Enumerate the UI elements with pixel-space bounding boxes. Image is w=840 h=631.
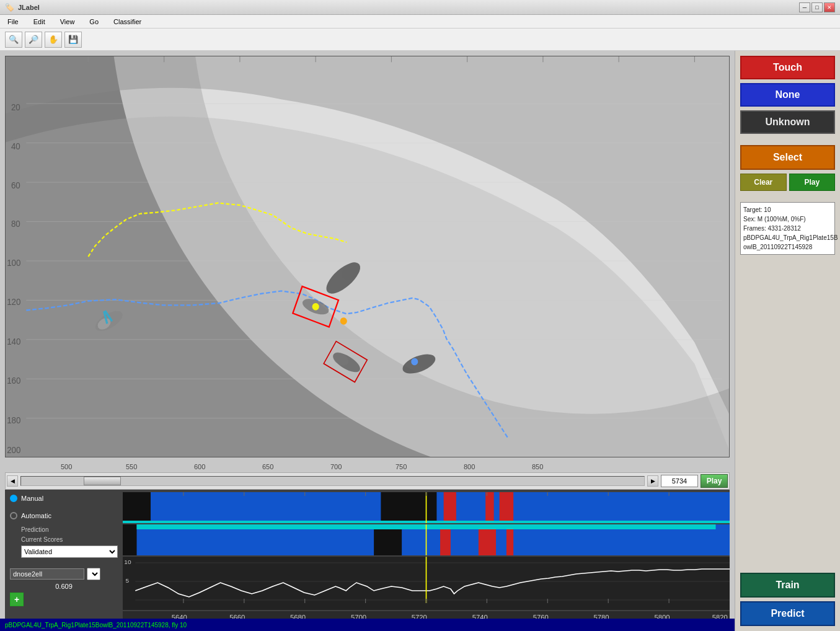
x-axis-row: 500 550 600 650 700 750 800 850 <box>5 460 730 472</box>
svg-text:500: 500 <box>61 463 72 470</box>
bottom-area: Manual Automatic Prediction Current Scor… <box>5 490 730 626</box>
clear-button[interactable]: Clear <box>740 174 787 191</box>
title-bar: 🏷️ JLabel ─ □ ✕ <box>0 0 840 15</box>
svg-text:800: 800 <box>464 463 475 470</box>
classifier-dropdown[interactable]: ▼ <box>87 568 100 580</box>
right-timeline: 10 5 <box>123 492 730 624</box>
window-controls: ─ □ ✕ <box>799 2 835 12</box>
svg-text:850: 850 <box>532 463 543 470</box>
close-button[interactable]: ✕ <box>824 2 835 12</box>
svg-text:180: 180 <box>7 416 21 425</box>
classifier-row: dnose2ell ▼ <box>10 568 118 580</box>
svg-text:80: 80 <box>11 219 20 228</box>
scroll-right-button[interactable]: ▶ <box>647 475 658 487</box>
svg-text:140: 140 <box>7 337 21 346</box>
left-controls: Manual Automatic Prediction Current Scor… <box>5 492 123 624</box>
info-target: Target: 10 <box>743 205 832 214</box>
automatic-label: Automatic <box>21 512 51 519</box>
select-button[interactable]: Select <box>740 145 835 170</box>
info-sex: Sex: M (100%M, 0%F) <box>743 214 832 224</box>
score-timeline-strip: 10 5 <box>123 557 730 610</box>
svg-rect-61 <box>500 492 514 523</box>
svg-text:650: 650 <box>262 463 273 470</box>
svg-text:60: 60 <box>11 181 20 190</box>
classifier-input[interactable]: dnose2ell <box>10 568 84 580</box>
left-area: 20 40 60 80 100 120 140 160 180 200 <box>0 51 735 631</box>
toolbar: 🔍 🔎 ✋ 💾 <box>0 29 840 51</box>
svg-rect-60 <box>485 492 494 523</box>
add-classifier-button[interactable]: + <box>10 593 24 606</box>
automatic-radio-row: Automatic <box>10 512 118 519</box>
svg-text:160: 160 <box>7 376 21 386</box>
menu-classifier[interactable]: Classifier <box>108 17 146 27</box>
select-sub-row: Clear Play <box>740 174 835 191</box>
touch-button[interactable]: Touch <box>740 56 835 79</box>
manual-radio[interactable] <box>10 495 17 502</box>
scroll-track[interactable] <box>20 476 645 486</box>
prediction-timeline-strip <box>123 524 730 555</box>
svg-text:20: 20 <box>11 102 20 112</box>
zoom-out-button[interactable]: 🔎 <box>25 32 42 48</box>
x-axis-svg: 500 550 600 650 700 750 800 850 <box>5 460 730 472</box>
unknown-button[interactable]: Unknown <box>740 110 835 134</box>
svg-rect-74 <box>123 524 137 555</box>
manual-label: Manual <box>21 495 43 502</box>
menu-edit[interactable]: Edit <box>29 17 50 27</box>
none-button[interactable]: None <box>740 83 835 107</box>
canvas-svg: 20 40 60 80 100 120 140 160 180 200 <box>6 56 729 457</box>
automatic-radio[interactable] <box>10 512 17 519</box>
app-title: JLabel <box>18 4 40 11</box>
zoom-in-button[interactable]: 🔍 <box>5 32 22 48</box>
svg-rect-57 <box>381 492 436 523</box>
info-frames: Frames: 4331-28312 <box>743 224 832 233</box>
svg-rect-56 <box>123 492 151 523</box>
svg-text:750: 750 <box>396 463 407 470</box>
svg-text:600: 600 <box>194 463 205 470</box>
menu-view[interactable]: View <box>55 17 80 27</box>
menu-go[interactable]: Go <box>84 17 104 27</box>
score-value: 0.609 <box>10 583 118 590</box>
manual-timeline-svg <box>123 492 730 523</box>
manual-timeline-strip <box>123 492 730 523</box>
menu-bar: File Edit View Go Classifier <box>0 15 840 29</box>
play-side-button[interactable]: Play <box>789 174 836 191</box>
scrollbar-row: ◀ ▶ 5734 Play <box>5 472 730 490</box>
right-panel-bottom: Train Predict <box>740 573 835 626</box>
svg-text:700: 700 <box>330 463 342 470</box>
svg-text:550: 550 <box>126 463 137 470</box>
predict-button[interactable]: Predict <box>740 601 835 626</box>
status-bar: pBDPGAL4U_TrpA_Rig1Plate15BowlB_20110922… <box>0 619 735 631</box>
prediction-timeline-svg <box>123 524 730 555</box>
info-box: Target: 10 Sex: M (100%M, 0%F) Frames: 4… <box>740 202 835 255</box>
scroll-thumb[interactable] <box>84 477 121 485</box>
save-button[interactable]: 💾 <box>64 32 82 48</box>
status-text: pBDPGAL4U_TrpA_Rig1Plate15BowlB_20110922… <box>5 622 187 629</box>
info-file1: pBDPGAL4U_TrpA_Rig1Plate15B <box>743 233 832 242</box>
scores-dropdown[interactable]: Validated <box>21 545 118 558</box>
right-panel: Touch None Unknown Select Clear Play Tar… <box>735 51 840 631</box>
manual-radio-row: Manual <box>10 495 118 502</box>
play-button-main[interactable]: Play <box>701 474 728 488</box>
train-button[interactable]: Train <box>740 573 835 598</box>
svg-text:40: 40 <box>11 142 20 151</box>
svg-text:5: 5 <box>126 578 130 584</box>
svg-rect-59 <box>444 492 456 523</box>
current-scores-label: Current Scores <box>21 536 63 543</box>
annotation-controls: Manual Automatic Prediction Current Scor… <box>5 490 730 626</box>
scroll-left-button[interactable]: ◀ <box>7 475 18 487</box>
frame-input[interactable]: 5734 <box>661 475 698 487</box>
minimize-button[interactable]: ─ <box>799 2 810 12</box>
info-file2: owlB_20110922T145928 <box>743 242 832 252</box>
main-layout: 20 40 60 80 100 120 140 160 180 200 <box>0 51 840 631</box>
svg-text:10: 10 <box>124 559 131 565</box>
svg-text:100: 100 <box>7 258 21 268</box>
maximize-button[interactable]: □ <box>811 2 823 12</box>
score-timeline-svg: 10 5 <box>123 557 730 603</box>
svg-text:120: 120 <box>7 298 21 307</box>
menu-file[interactable]: File <box>2 17 24 27</box>
prediction-label: Prediction <box>21 526 48 533</box>
canvas-area[interactable]: 20 40 60 80 100 120 140 160 180 200 <box>5 56 730 457</box>
pan-button[interactable]: ✋ <box>45 32 62 48</box>
svg-text:200: 200 <box>7 446 21 455</box>
